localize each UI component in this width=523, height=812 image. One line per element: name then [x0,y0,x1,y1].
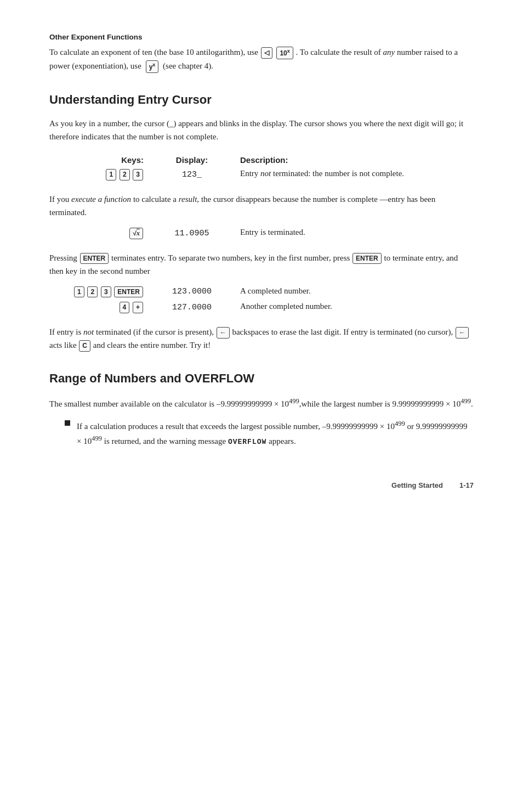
key-backspace-2: ← [456,327,469,339]
demo-table-2: √x 11.0905 Entry is terminated. [49,225,474,241]
key-shift: ◁ [261,47,272,59]
page-container: Other Exponent Functions To calculate an… [49,33,474,448]
key-2b: 2 [87,286,98,298]
key-c: C [79,340,90,352]
entry-cursor-desc: As you key in a number, the cursor (_) a… [49,117,474,143]
key-enter-inline: ENTER [80,253,109,264]
key-1: 1 [106,169,116,181]
key-1b: 1 [74,286,84,298]
overflow-bullet-list: If a calculation produces a result that … [65,418,474,448]
h2-entry-cursor: Understanding Entry Cursor [49,93,474,107]
row-4plus-keys: 4 + [49,300,148,315]
demo-table-3: 1 2 3 ENTER 123.0000 A completed number.… [49,284,474,316]
intro-text-4: (see chapter 4). [163,61,213,70]
col-header-desc: Description: [236,153,474,167]
col-header-keys: Keys: [49,153,148,167]
row1-desc: Entry not terminated: the number is not … [236,167,474,183]
row-123enter-display: 123.0000 [148,284,236,300]
row-4plus-display: 127.0000 [148,300,236,315]
overflow-message: OVERFLOW [228,438,266,446]
key-sqrt: √x [129,228,143,239]
intro-italic-1: any [383,48,395,57]
demo-table-1: Keys: Display: Description: 1 2 3 123_ E… [49,153,474,183]
key-10x-icon: 10x [276,47,293,59]
key-yx-icon: yx [145,60,160,73]
execute-para: If you execute a function to calculate a… [49,193,474,219]
key-enter-b: ENTER [114,286,143,298]
key-plus: + [133,302,143,313]
col-header-display: Display: [148,153,236,167]
bullet-square-icon [65,420,70,426]
backspace-para: If entry is not terminated (if the curso… [49,325,474,352]
row-4plus-desc: Another completed number. [236,300,474,315]
key-4: 4 [120,302,130,313]
row-123enter-keys: 1 2 3 ENTER [49,284,148,300]
key-backspace-1: ← [217,327,230,339]
section-heading-small: Other Exponent Functions [49,33,474,41]
table-row-sqrt: √x 11.0905 Entry is terminated. [49,225,474,241]
key-3: 3 [133,169,143,181]
intro-paragraph: To calculate an exponent of ten (the bas… [49,46,474,73]
enter-para: Pressing ENTER terminates entry. To sepa… [49,251,474,278]
row-sqrt-keys: √x [49,225,148,241]
table-row-4plus: 4 + 127.0000 Another completed number. [49,300,474,315]
footer-page-number: 1-17 [459,481,474,489]
key-yx: yx [146,60,159,73]
key-enter-inline2: ENTER [353,253,382,264]
execute-italic-2: result, [179,195,199,204]
row1-keys: 1 2 3 [49,167,148,183]
row-sqrt-display: 11.0905 [148,225,236,241]
row1-not: not [260,169,271,178]
range-desc-para: The smallest number available on the cal… [49,396,474,410]
page-footer: Getting Started 1-17 [49,481,474,489]
bullet-text-1: If a calculation produces a result that … [77,418,474,448]
intro-text-1: To calculate an exponent of ten (the bas… [49,48,258,57]
bullet-item-1: If a calculation produces a result that … [65,418,474,448]
intro-text-2: . To calculate the result of [296,48,381,57]
key-10x: 10x [276,47,293,59]
h2-range: Range of Numbers and OVERFLOW [49,371,474,386]
table-row-1: 1 2 3 123_ Entry not terminated: the num… [49,167,474,183]
footer-section-label: Getting Started [391,481,443,489]
backspace-not: not [83,328,94,336]
row-123enter-desc: A completed number. [236,284,474,300]
key-shift-icon: ◁ [260,47,273,59]
table-row-123enter: 1 2 3 ENTER 123.0000 A completed number. [49,284,474,300]
row-sqrt-desc: Entry is terminated. [236,225,474,241]
key-3b: 3 [101,286,111,298]
execute-italic-1: execute a function [71,195,131,204]
key-2: 2 [120,169,130,181]
row1-display: 123_ [148,167,236,183]
other-exponent-section: Other Exponent Functions To calculate an… [49,33,474,73]
